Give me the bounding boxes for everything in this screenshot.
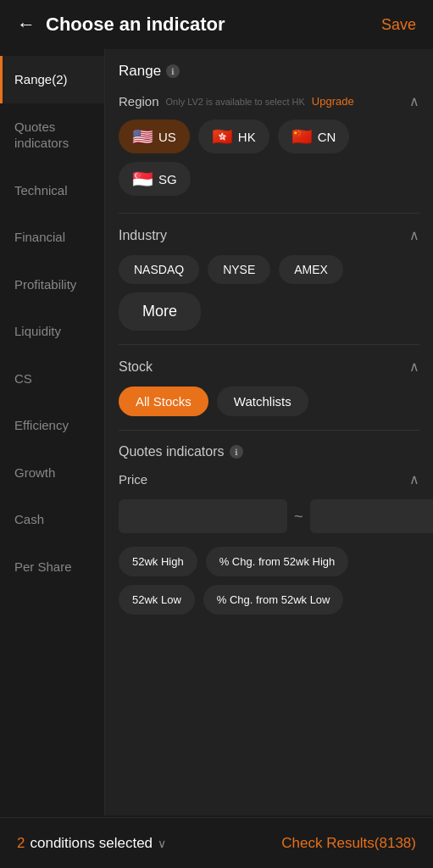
industry-tag-nyse[interactable]: NYSE [208,255,270,284]
price-from-input[interactable] [119,499,287,533]
price-filter-tags: 52wk High% Chg. from 52wk High52wk Low% … [119,547,419,615]
stock-option-watchlists[interactable]: Watchlists [217,387,308,416]
industry-tags: NASDAQNYSEAMEXMore [119,255,419,331]
price-filter-52wk-low[interactable]: 52wk Low [119,585,195,615]
sidebar-item-growth[interactable]: Growth [0,449,104,497]
stock-option-all-stocks[interactable]: All Stocks [119,387,208,416]
conditions-chevron-icon: ∨ [158,837,166,850]
sidebar-item-efficiency[interactable]: Efficiency [0,402,104,449]
sidebar-item-financial[interactable]: Financial [0,214,104,261]
region-label: Region Only LV2 is available to select H… [119,94,354,108]
sidebar-item-cs[interactable]: CS [0,355,104,403]
stock-label: Stock [119,359,153,375]
conditions-count: 2 [17,835,25,852]
stock-section-header: Stock ∧ [119,359,419,375]
range-tilde: ~ [294,508,303,526]
price-filter---chg--from-52wk-low[interactable]: % Chg. from 52wk Low [203,585,344,615]
conditions-selected[interactable]: 2 conditions selected ∨ [17,835,166,852]
price-filter---chg--from-52wk-high[interactable]: % Chg. from 52wk High [206,547,349,576]
region-code: CN [318,130,336,144]
flag-emoji: 🇨🇳 [291,126,313,147]
region-option-cn[interactable]: 🇨🇳CN [278,120,350,153]
industry-section-header: Industry ∧ [119,227,419,243]
price-header: Price ∧ [119,471,419,487]
region-option-us[interactable]: 🇺🇸US [119,120,190,153]
stock-chevron-icon[interactable]: ∧ [409,359,419,375]
industry-tag-amex[interactable]: AMEX [279,255,343,284]
divider3 [119,430,419,431]
region-row: Region Only LV2 is available to select H… [119,93,419,109]
page-title: Choose an indicator [46,14,225,36]
flag-emoji: 🇸🇬 [132,169,153,189]
industry-chevron-icon[interactable]: ∧ [409,227,419,243]
divider [119,213,419,214]
sidebar-item-quotes[interactable]: Quotes indicators [0,103,104,167]
sidebar-item-pershare[interactable]: Per Share [0,543,104,591]
price-section: Price ∧ ~ 52wk High% Chg. from 52wk High… [119,471,419,615]
range-section-title: Range ℹ [119,63,419,80]
price-label: Price [119,472,147,487]
quotes-info-icon[interactable]: ℹ [230,445,243,459]
divider2 [119,344,419,345]
sidebar-item-range[interactable]: Range(2) [0,56,104,103]
header-left: ← Choose an indicator [17,14,225,36]
price-filter-52wk-high[interactable]: 52wk High [119,547,197,576]
content-area: Range ℹ Region Only LV2 is available to … [105,49,433,815]
region-option-sg[interactable]: 🇸🇬SG [119,162,191,196]
price-to-input[interactable] [310,499,433,533]
range-info-icon[interactable]: ℹ [166,64,180,78]
upgrade-button[interactable]: Upgrade [312,95,354,108]
region-subtext: Only LV2 is available to select HK [166,97,305,107]
region-code: HK [238,130,256,144]
industry-tag-nasdaq[interactable]: NASDAQ [119,255,199,284]
conditions-label: conditions selected [30,835,153,852]
check-results-button[interactable]: Check Results(8138) [281,835,416,852]
region-option-hk[interactable]: 🇭🇰HK [198,120,269,153]
quotes-section: Quotes indicators ℹ Price ∧ ~ 52wk High%… [119,444,419,615]
back-button[interactable]: ← [17,14,36,36]
sidebar-item-technical[interactable]: Technical [0,167,104,214]
industry-label: Industry [119,228,167,243]
flag-emoji: 🇺🇸 [132,126,153,147]
region-chevron-icon[interactable]: ∧ [409,93,419,109]
quotes-header: Quotes indicators ℹ [119,444,419,459]
main-layout: Range(2)Quotes indicatorsTechnicalFinanc… [0,49,433,815]
region-code: SG [158,172,177,186]
sidebar: Range(2)Quotes indicatorsTechnicalFinanc… [0,49,105,815]
flag-emoji: 🇭🇰 [212,126,233,147]
bottom-bar: 2 conditions selected ∨ Check Results(81… [0,817,433,868]
stock-options: All StocksWatchlists [119,387,419,416]
price-chevron-icon[interactable]: ∧ [409,471,419,487]
region-code: US [158,130,176,144]
industry-more-button[interactable]: More [119,292,201,331]
sidebar-item-profitability[interactable]: Profitability [0,261,104,309]
region-options: 🇺🇸US🇭🇰HK🇨🇳CN🇸🇬SG [119,120,419,196]
sidebar-item-liquidity[interactable]: Liquidity [0,308,104,355]
sidebar-item-cash[interactable]: Cash [0,496,104,543]
header: ← Choose an indicator Save [0,0,433,49]
price-range-inputs: ~ [119,499,419,533]
save-button[interactable]: Save [381,16,416,34]
